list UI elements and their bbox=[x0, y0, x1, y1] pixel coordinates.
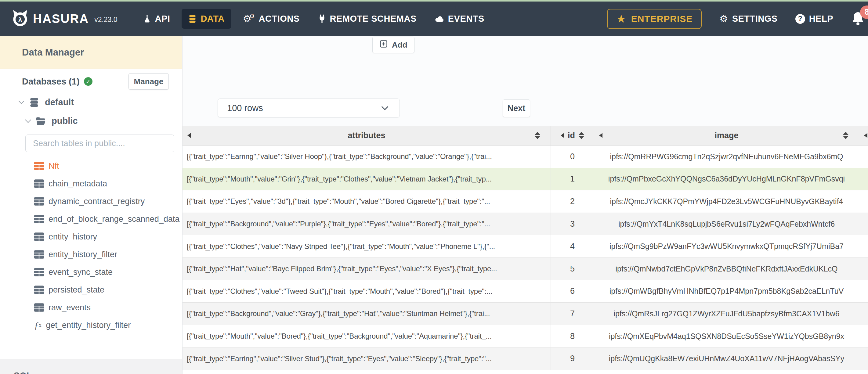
table-row[interactable]: [{"trait_type":"Earring","value":"Silver… bbox=[183, 146, 868, 168]
nav-item-events[interactable]: EVENTS bbox=[428, 9, 491, 29]
cloud-icon bbox=[435, 15, 444, 23]
folder-icon bbox=[36, 117, 46, 125]
nav-item-actions[interactable]: ⚙⚙ ACTIONS bbox=[236, 9, 306, 29]
column-header-image[interactable]: image bbox=[594, 126, 859, 145]
cell-attributes: [{"trait_type":"Hat","value":"Bayc Flipp… bbox=[183, 258, 551, 280]
sort-icon[interactable] bbox=[843, 132, 848, 139]
cell-spacer bbox=[859, 280, 868, 303]
nav-item-data[interactable]: DATA bbox=[182, 9, 231, 29]
table-row[interactable]: [{"trait_type":"Eyes","value":"3d"},{"tr… bbox=[183, 190, 868, 213]
sidebar-table-item[interactable]: dynamic_contract_registry bbox=[0, 192, 182, 210]
collapse-column-icon[interactable] bbox=[561, 133, 564, 138]
cell-image: ipfs://QmUQgKka8EW7exiUHnMwZ4UoXA11wV7NF… bbox=[594, 347, 859, 370]
cell-id: 0 bbox=[551, 146, 594, 168]
collapse-column-icon[interactable] bbox=[864, 133, 867, 138]
tree-schema-label: public bbox=[52, 116, 78, 126]
collapse-column-icon[interactable] bbox=[599, 133, 602, 138]
table-name: event_sync_state bbox=[49, 268, 113, 277]
cell-id: 8 bbox=[551, 325, 594, 347]
cell-id: 2 bbox=[551, 190, 594, 213]
sort-icon[interactable] bbox=[579, 132, 584, 139]
table-name: dynamic_contract_registry bbox=[49, 197, 145, 206]
table-icon bbox=[34, 162, 44, 170]
table-row[interactable]: [{"trait_type":"Background","value":"Gra… bbox=[183, 303, 868, 325]
cell-attributes: [{"trait_type":"Eyes","value":"3d"},{"tr… bbox=[183, 190, 551, 213]
tree-node-database[interactable]: default bbox=[19, 97, 74, 107]
sidebar-table-item[interactable]: end_of_block_range_scanned_data bbox=[0, 210, 182, 228]
nav-items: API DATA ⚙⚙ ACTIONS REMOTE bbox=[136, 9, 491, 29]
sidebar-table-item[interactable]: event_sync_state bbox=[0, 263, 182, 281]
table-row-partial bbox=[183, 370, 868, 374]
nav-item-label: API bbox=[155, 14, 170, 24]
svg-text:λ: λ bbox=[18, 15, 22, 23]
cell-attributes: [{"trait_type":"Clothes","value":"Navy S… bbox=[183, 235, 551, 257]
chevron-down-icon[interactable] bbox=[18, 98, 24, 104]
column-header-partial[interactable] bbox=[859, 126, 868, 145]
column-header-id[interactable]: id bbox=[551, 126, 594, 145]
cell-attributes: [{"trait_type":"Clothes","value":"Tweed … bbox=[183, 280, 551, 303]
hasura-brand[interactable]: λ HASURA v2.23.0 bbox=[12, 10, 118, 28]
rows-select-value: 100 rows bbox=[227, 103, 263, 113]
cell-id: 1 bbox=[551, 168, 594, 190]
data-table: attributes id image [{"trait_type":"Earr… bbox=[183, 126, 868, 374]
cell-image: ipfs://QmYxT4LnK8sqLupjbS6eRvu1si7Ly2wFQ… bbox=[594, 213, 859, 235]
sidebar-table-item[interactable]: entity_history_filter bbox=[0, 246, 182, 263]
cell-spacer bbox=[859, 303, 868, 325]
column-header-attributes[interactable]: attributes bbox=[183, 126, 551, 145]
table-row[interactable]: [{"trait_type":"Earring","value":"Silver… bbox=[183, 347, 868, 370]
next-page-button[interactable]: Next bbox=[503, 99, 530, 117]
cell-image: ipfs://QmRsJLrg27GQ1ZWyrXZFuJFdU5bapfzsy… bbox=[594, 303, 859, 325]
table-row[interactable]: [{"trait_type":"Background","value":"Pur… bbox=[183, 213, 868, 236]
enterprise-button[interactable]: ★ ENTERPRISE bbox=[607, 9, 702, 29]
sidebar: Data Manager Databases (1) ✓ Manage defa… bbox=[0, 36, 183, 374]
table-name: get_entity_history_filter bbox=[46, 321, 131, 330]
search-tables-input[interactable] bbox=[25, 134, 174, 152]
table-name: chain_metadata bbox=[49, 179, 107, 189]
sidebar-table-item[interactable]: chain_metadata bbox=[0, 175, 182, 192]
nav-item-label: EVENTS bbox=[448, 14, 484, 24]
cell-image: ipfs://QmNwbd7ctEhGpVkP8nZvBBQfiNeFKRdxf… bbox=[594, 258, 859, 280]
databases-label: Databases (1) bbox=[22, 76, 80, 87]
table-name: raw_events bbox=[49, 303, 91, 312]
table-icon bbox=[34, 250, 44, 259]
nav-right: ★ ENTERPRISE ⚙ SETTINGS ? HELP 8 bbox=[607, 9, 866, 29]
manage-button[interactable]: Manage bbox=[128, 73, 169, 90]
cell-image: ipfs://QmPbxeGcXhYQQNgsC6a36dDyYUcHgMLnG… bbox=[594, 168, 859, 190]
sidebar-table-item[interactable]: ƒxget_entity_history_filter bbox=[0, 316, 182, 334]
nav-item-remote-schemas[interactable]: REMOTE SCHEMAS bbox=[311, 9, 423, 29]
cell-id: 3 bbox=[551, 213, 594, 235]
tree-node-schema[interactable]: public bbox=[26, 116, 78, 126]
collapse-column-icon[interactable] bbox=[187, 133, 191, 138]
table-row[interactable]: [{"trait_type":"Hat","value":"Bayc Flipp… bbox=[183, 258, 868, 280]
table-row[interactable]: [{"trait_type":"Mouth","value":"Bored"},… bbox=[183, 325, 868, 348]
chevron-down-icon[interactable] bbox=[25, 117, 31, 123]
help-button[interactable]: ? HELP bbox=[795, 14, 833, 24]
table-row[interactable]: [{"trait_type":"Mouth","value":"Grin"},{… bbox=[183, 168, 868, 191]
sidebar-table-item[interactable]: raw_events bbox=[0, 299, 182, 316]
table-row[interactable]: [{"trait_type":"Clothes","value":"Navy S… bbox=[183, 235, 868, 258]
cell-image: ipfs://QmRRPWG96cmgTn2qSzjwr2qvfNEuhunv6… bbox=[594, 146, 859, 168]
nav-item-api[interactable]: API bbox=[136, 9, 177, 29]
brand-wordmark: HASURA bbox=[33, 12, 89, 26]
sidebar-table-item[interactable]: persisted_state bbox=[0, 281, 182, 299]
add-row-button[interactable]: Add bbox=[372, 37, 414, 53]
top-accent-strip bbox=[0, 0, 868, 2]
flask-icon bbox=[143, 14, 151, 24]
sort-icon[interactable] bbox=[535, 132, 540, 139]
nav-item-label: ACTIONS bbox=[259, 14, 300, 24]
table-icon bbox=[34, 179, 44, 188]
sidebar-table-item[interactable]: Nft bbox=[0, 157, 182, 175]
notifications-button[interactable]: 8 bbox=[851, 11, 866, 27]
add-label: Add bbox=[392, 40, 407, 50]
table-icon bbox=[34, 268, 44, 276]
sidebar-footer-sql[interactable]: SQL bbox=[0, 359, 182, 374]
table-row[interactable]: [{"trait_type":"Clothes","value":"Tweed … bbox=[183, 280, 868, 303]
rows-per-page-select[interactable]: 100 rows bbox=[218, 98, 400, 118]
cell-spacer bbox=[859, 258, 868, 280]
cell-id: 6 bbox=[551, 280, 594, 303]
sidebar-table-item[interactable]: entity_history bbox=[0, 228, 182, 246]
cell-attributes: [{"trait_type":"Earring","value":"Silver… bbox=[183, 347, 551, 370]
settings-button[interactable]: ⚙ SETTINGS bbox=[719, 14, 777, 24]
table-icon bbox=[34, 197, 44, 206]
table-icon bbox=[34, 232, 44, 241]
